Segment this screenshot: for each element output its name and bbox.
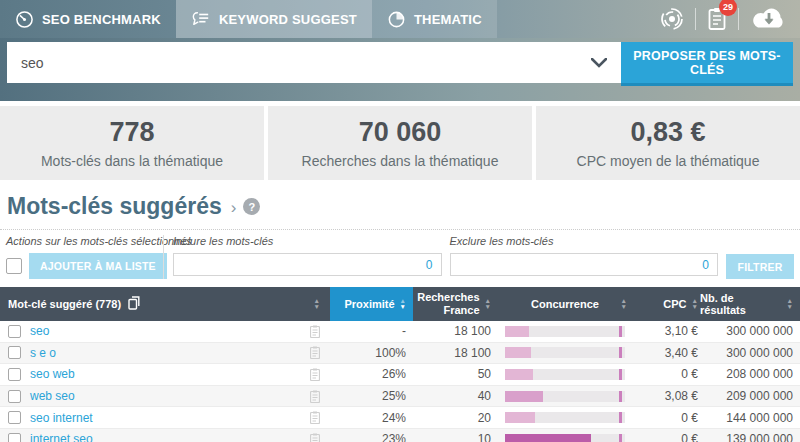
radar-icon[interactable] bbox=[660, 7, 684, 31]
serp-preview-icon[interactable] bbox=[310, 411, 320, 424]
tab-keyword-suggest[interactable]: KEYWORD SUGGEST bbox=[176, 0, 372, 38]
serp-preview-icon[interactable] bbox=[310, 325, 320, 338]
header-label: Nb. de résultats bbox=[700, 292, 782, 316]
competition-bar bbox=[495, 391, 635, 402]
tab-seo-benchmark[interactable]: SEO BENCHMARK bbox=[0, 0, 176, 38]
competition-bar bbox=[495, 369, 635, 380]
include-keywords-input[interactable]: 0 bbox=[173, 253, 442, 276]
row-checkbox[interactable] bbox=[8, 433, 21, 442]
row-checkbox[interactable] bbox=[8, 368, 21, 381]
tab-label: SEO BENCHMARK bbox=[42, 12, 161, 27]
actions-group: Actions sur les mots-clés sélectionnés A… bbox=[6, 235, 154, 279]
header-results[interactable]: Nb. de résultats bbox=[700, 287, 800, 321]
stat-value: 70 060 bbox=[359, 117, 442, 148]
searches-value: 20 bbox=[413, 411, 495, 425]
row-checkbox[interactable] bbox=[8, 346, 21, 359]
header-competition[interactable]: Concurrence bbox=[495, 287, 635, 321]
divider bbox=[163, 235, 164, 279]
copy-icon[interactable] bbox=[128, 296, 140, 312]
header-keyword[interactable]: Mot-clé suggéré (778) bbox=[0, 287, 330, 321]
add-to-list-button[interactable]: AJOUTER À MA LISTE bbox=[29, 253, 167, 279]
header-searches-france[interactable]: RecherchesFrance bbox=[413, 287, 495, 321]
keyword-link[interactable]: web seo bbox=[30, 389, 75, 403]
table-row: seo internet 24% 20 0 € 144 000 000 bbox=[0, 407, 800, 429]
competition-bar bbox=[495, 347, 635, 358]
table-row: s e o 100% 18 100 3,40 € 300 000 000 bbox=[0, 343, 800, 365]
header-label: Mot-clé suggéré (778) bbox=[8, 298, 121, 310]
keyword-link[interactable]: internet seo bbox=[30, 432, 93, 442]
row-checkbox[interactable] bbox=[8, 325, 21, 338]
proximity-value: 26% bbox=[330, 367, 413, 381]
searches-value: 10 bbox=[413, 432, 495, 442]
filter-button[interactable]: FILTRER bbox=[726, 254, 794, 279]
sort-icon[interactable] bbox=[692, 298, 698, 309]
sort-icon[interactable] bbox=[787, 298, 793, 309]
exclude-keywords-input[interactable]: 0 bbox=[450, 253, 719, 276]
select-all-checkbox[interactable] bbox=[6, 258, 22, 274]
keyword-link[interactable]: seo web bbox=[30, 367, 75, 381]
topbar: SEO BENCHMARK KEYWORD SUGGEST THEMATIC 2… bbox=[0, 0, 800, 38]
header-proximity[interactable]: Proximité bbox=[330, 287, 413, 321]
stat-label: Mots-clés dans la thématique bbox=[41, 153, 223, 169]
proximity-value: 24% bbox=[330, 411, 413, 425]
sort-icon[interactable] bbox=[314, 298, 320, 309]
chevron-down-icon[interactable] bbox=[577, 42, 621, 83]
tab-label: KEYWORD SUGGEST bbox=[219, 12, 357, 27]
gauge-icon bbox=[15, 10, 34, 29]
serp-preview-icon[interactable] bbox=[310, 390, 320, 403]
cloud-download-icon[interactable] bbox=[750, 6, 788, 33]
page-title: Mots-clés suggérés bbox=[7, 193, 222, 220]
table-body: seo - 18 100 3,10 € 300 000 000 s e o 10… bbox=[0, 321, 800, 442]
header-label: Concurrence bbox=[531, 298, 599, 310]
exclude-label: Exclure les mots-clés bbox=[450, 235, 719, 247]
clipboard-icon[interactable]: 29 bbox=[707, 7, 727, 31]
table-row: web seo 25% 40 3,08 € 209 000 000 bbox=[0, 386, 800, 408]
serp-preview-icon[interactable] bbox=[310, 346, 320, 359]
results-value: 139 000 000 bbox=[700, 432, 800, 442]
tab-thematic[interactable]: THEMATIC bbox=[372, 0, 497, 38]
include-group: Inclure les mots-clés 0 bbox=[173, 235, 442, 279]
table-header: Mot-clé suggéré (778) Proximité Recherch… bbox=[0, 287, 800, 321]
competition-bar bbox=[495, 434, 635, 442]
sort-icon[interactable] bbox=[400, 298, 406, 309]
exclude-group: Exclure les mots-clés 0 bbox=[450, 235, 719, 279]
keyword-link[interactable]: seo bbox=[30, 324, 49, 338]
searches-value: 50 bbox=[413, 367, 495, 381]
tab-label: THEMATIC bbox=[414, 12, 482, 27]
row-checkbox[interactable] bbox=[8, 411, 21, 424]
table-row: seo - 18 100 3,10 € 300 000 000 bbox=[0, 321, 800, 343]
suggest-icon bbox=[191, 10, 211, 28]
row-checkbox[interactable] bbox=[8, 390, 21, 403]
results-value: 144 000 000 bbox=[700, 411, 800, 425]
proximity-value: 100% bbox=[330, 346, 413, 360]
search-band: PROPOSER DES MOTS-CLÉS bbox=[0, 38, 800, 101]
header-cpc[interactable]: CPC bbox=[635, 287, 700, 321]
proximity-value: 23% bbox=[330, 432, 413, 442]
notification-badge: 29 bbox=[719, 0, 737, 16]
propose-keywords-button[interactable]: PROPOSER DES MOTS-CLÉS bbox=[621, 42, 793, 86]
header-label: RecherchesFrance bbox=[417, 291, 479, 316]
stat-label: Recherches dans la thématique bbox=[302, 153, 499, 169]
search-bar: PROPOSER DES MOTS-CLÉS bbox=[7, 42, 793, 86]
thematic-icon bbox=[387, 10, 406, 29]
sort-icon[interactable] bbox=[485, 298, 491, 309]
keyword-link[interactable]: s e o bbox=[30, 346, 56, 360]
serp-preview-icon[interactable] bbox=[310, 433, 320, 442]
sort-icon[interactable] bbox=[621, 298, 627, 309]
filter-bar: Actions sur les mots-clés sélectionnés A… bbox=[0, 229, 800, 287]
stat-keywords-count: 778 Mots-clés dans la thématique bbox=[0, 106, 264, 180]
cpc-value: 0 € bbox=[635, 411, 700, 425]
topbar-actions: 29 bbox=[660, 0, 800, 38]
serp-preview-icon[interactable] bbox=[310, 368, 320, 381]
cpc-value: 3,10 € bbox=[635, 324, 700, 338]
cpc-value: 0 € bbox=[635, 432, 700, 442]
divider bbox=[738, 8, 739, 30]
results-value: 300 000 000 bbox=[700, 324, 800, 338]
searches-value: 40 bbox=[413, 389, 495, 403]
help-icon[interactable]: ? bbox=[243, 198, 260, 215]
results-value: 300 000 000 bbox=[700, 346, 800, 360]
keyword-link[interactable]: seo internet bbox=[30, 411, 93, 425]
search-input[interactable] bbox=[7, 42, 577, 83]
chevron-right-icon: › bbox=[231, 198, 237, 218]
proximity-value: - bbox=[330, 324, 413, 338]
